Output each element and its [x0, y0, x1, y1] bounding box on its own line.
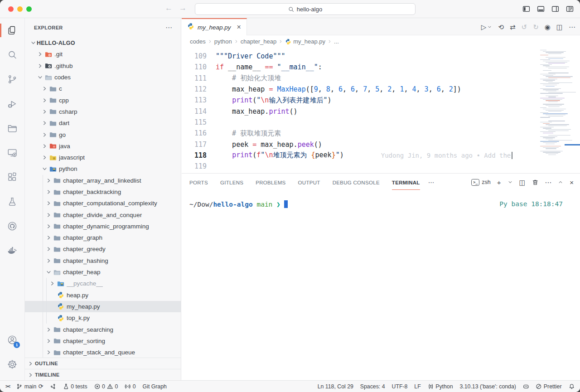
tree-item-javascript[interactable]: javascript [25, 152, 181, 163]
activity-item-extensions[interactable] [0, 165, 24, 189]
close-panel-icon[interactable]: × [570, 179, 574, 186]
panel-tabs-more-icon[interactable]: ⋯ [428, 179, 435, 186]
more-terminal-actions-icon[interactable]: ⋯ [545, 179, 551, 186]
tree-item-chapter-array-and-linkedlist[interactable]: chapter_array_and_linkedlist [25, 175, 181, 186]
status-ports-forwarded[interactable]: 0 [125, 383, 135, 390]
activity-item-remote-explorer[interactable] [0, 140, 24, 165]
sidebar-section-outline[interactable]: OUTLINE [25, 358, 181, 369]
panel-tab-gitlens[interactable]: GITLENS [220, 174, 243, 190]
explorer-more-actions-icon[interactable]: ⋯ [165, 24, 173, 32]
activity-item-docker[interactable] [0, 238, 24, 263]
split-editor-icon[interactable]: ◫ [556, 24, 563, 30]
status-branch-status[interactable]: main⟳ [16, 383, 43, 390]
maximize-panel-icon[interactable] [558, 179, 563, 185]
tree-item-chapter-sorting[interactable]: chapter_sorting [25, 335, 181, 347]
code-line-118[interactable]: 118 print(f"\n堆顶元素为 {peek}")Yudong Jin, … [182, 150, 539, 161]
tree-item-chapter-greedy[interactable]: chapter_greedy [25, 243, 181, 255]
tree-item-cpp[interactable]: cpp [25, 94, 181, 106]
panel-tab-output[interactable]: OUTPUT [298, 174, 320, 190]
code-editor[interactable]: 109"""Driver Code"""110if __name__ == "_… [182, 48, 539, 173]
activity-item-settings[interactable] [0, 352, 24, 377]
new-terminal-icon[interactable]: + [497, 179, 501, 186]
status-cursor-position[interactable]: Ln 118, Col 29 [318, 383, 353, 390]
code-line-117[interactable]: 117 peek = max_heap.peek() [182, 139, 539, 150]
command-center-search[interactable]: hello-algo [195, 3, 416, 15]
sidebar-section-timeline[interactable]: TIMELINE [25, 369, 181, 380]
activity-item-search[interactable] [0, 43, 24, 67]
tree-item-chapter-graph[interactable]: chapter_graph [25, 232, 181, 243]
status-prettier[interactable]: Prettier [536, 383, 561, 390]
minimap[interactable] [539, 50, 575, 173]
tree-item-dart[interactable]: dart [25, 117, 181, 129]
status-python-interpreter[interactable]: 3.10.13 ('base': conda) [460, 383, 516, 390]
layout-sidebar-right-icon[interactable] [551, 5, 559, 13]
code-line-110[interactable]: 110if __name__ == "__main__": [182, 62, 539, 73]
tree-item-c[interactable]: c [25, 83, 181, 94]
status-encoding[interactable]: UTF-8 [392, 383, 408, 390]
status-notifications[interactable] [569, 383, 575, 390]
panel-tab-terminal[interactable]: TERMINAL [392, 174, 420, 190]
breadcrumb-item-my-heap-py[interactable]: my_heap.py [285, 38, 325, 45]
status-git-graph-button[interactable] [50, 383, 56, 390]
tree-item--github[interactable]: .github [25, 60, 181, 72]
zoom-window-button[interactable] [26, 6, 32, 12]
tree-item-chapter-backtracking[interactable]: chapter_backtracking [25, 186, 181, 198]
tree-item-chapter-hashing[interactable]: chapter_hashing [25, 255, 181, 266]
status-problems[interactable]: 00 [94, 383, 118, 390]
code-line-114[interactable]: 114 max_heap.print() [182, 106, 539, 116]
status-test-status[interactable]: 0 tests [63, 383, 87, 390]
terminal-view[interactable]: ~/Dow/hello-algo main ❯ Py base 18:18:47 [182, 191, 580, 380]
activity-item-explorer[interactable] [0, 18, 24, 43]
navigate-back-icon[interactable]: ← [165, 4, 173, 13]
tree-item-csharp[interactable]: csharp [25, 106, 181, 117]
breadcrumb-item-python[interactable]: python [214, 38, 232, 45]
status-language-python[interactable]: Python [428, 383, 453, 390]
tree-item--git[interactable]: .git [25, 48, 181, 60]
layout-customize-icon[interactable] [566, 5, 574, 13]
tree-item-chapter-computational-complexity[interactable]: chapter_computational_complexity [25, 198, 181, 209]
gitlens-graph-icon[interactable]: ◉ [545, 24, 551, 30]
code-line-112[interactable]: 112 max_heap = MaxHeap([9, 8, 6, 6, 7, 5… [182, 84, 539, 95]
status-indentation[interactable]: Spaces: 4 [360, 383, 385, 390]
code-line-119[interactable]: 119 [182, 161, 539, 172]
close-window-button[interactable] [8, 6, 14, 12]
status-git-graph-label[interactable]: Git Graph [143, 383, 167, 390]
status-eol[interactable]: LF [414, 383, 420, 390]
breadcrumb-item--[interactable]: ... [334, 38, 339, 45]
split-terminal-icon[interactable]: ◫ [519, 179, 526, 186]
activity-item-github[interactable] [0, 214, 24, 238]
more-actions-icon[interactable]: ⋯ [569, 24, 575, 30]
panel-tab-ports[interactable]: PORTS [189, 174, 208, 190]
tree-item-chapter-divide-and-conquer[interactable]: chapter_divide_and_conquer [25, 209, 181, 220]
tree-item-chapter-heap[interactable]: chapter_heap [25, 266, 181, 278]
code-line-113[interactable]: 113 print("\n输入列表并建堆后") [182, 95, 539, 106]
activity-item-project-manager[interactable] [0, 116, 24, 140]
activity-item-source-control[interactable] [0, 67, 24, 92]
panel-tab-problems[interactable]: PROBLEMS [256, 174, 285, 190]
kill-terminal-icon[interactable] [532, 179, 539, 186]
activity-item-testing[interactable] [0, 189, 24, 214]
panel-tab-debug-console[interactable]: DEBUG CONSOLE [333, 174, 380, 190]
tree-item-go[interactable]: go [25, 129, 181, 140]
activity-item-run-debug[interactable] [0, 92, 24, 116]
tree-item-chapter-dynamic-programming[interactable]: chapter_dynamic_programming [25, 221, 181, 232]
tab-my-heap[interactable]: my_heap.py × [182, 18, 247, 35]
status-remote-indicator[interactable]: >< [5, 383, 10, 389]
terminal-dropdown-icon[interactable] [508, 179, 513, 185]
code-line-109[interactable]: 109"""Driver Code""" [182, 51, 539, 62]
tree-item-chapter-searching[interactable]: chapter_searching [25, 324, 181, 335]
tree-item--pycache-[interactable]: __pycache__ [25, 278, 181, 289]
code-line-111[interactable]: 111 # 初始化大顶堆 [182, 73, 539, 84]
timeline-history-icon[interactable]: ⟲ [498, 24, 504, 30]
breadcrumb-item-chapter-heap[interactable]: chapter_heap [241, 38, 277, 45]
tree-item-top-k-py[interactable]: top_k.py [25, 312, 181, 324]
activity-item-accounts[interactable]: 1 [0, 328, 24, 352]
layout-sidebar-left-icon[interactable] [522, 5, 530, 13]
tree-item-python[interactable]: python [25, 163, 181, 174]
status-copilot[interactable] [523, 383, 529, 390]
close-tab-icon[interactable]: × [237, 24, 241, 31]
tree-item-codes[interactable]: codes [25, 72, 181, 83]
tree-item-heap-py[interactable]: heap.py [25, 290, 181, 301]
navigate-forward-icon[interactable]: → [179, 4, 187, 13]
tree-item-java[interactable]: java [25, 140, 181, 152]
